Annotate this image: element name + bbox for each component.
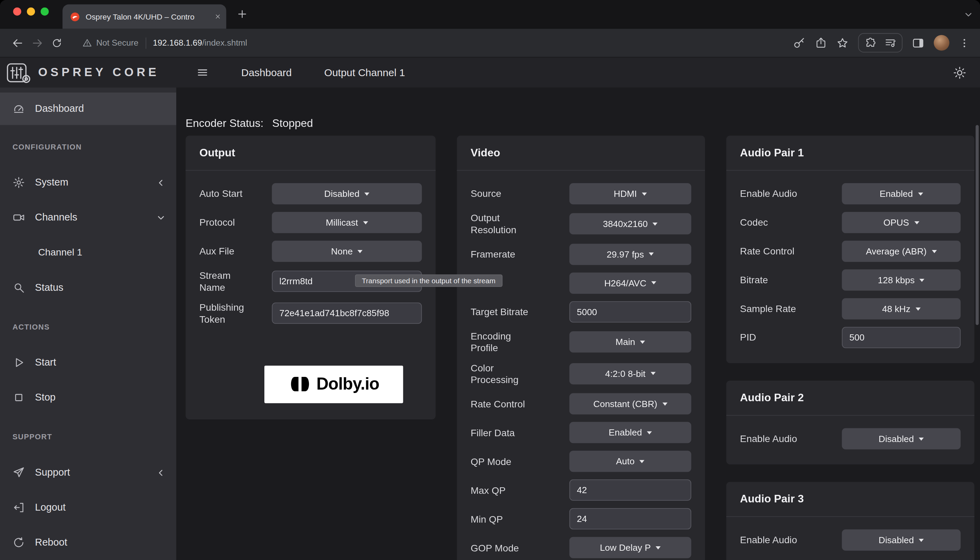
password-key-icon[interactable] [793, 37, 805, 49]
filler-data-select[interactable]: Enabled [569, 422, 691, 443]
sidebar-item-channels[interactable]: Channels [0, 200, 176, 235]
sidebar-item-reboot[interactable]: Reboot [0, 525, 176, 560]
play-icon [12, 356, 25, 368]
audio1-rate-control-select[interactable]: Average (ABR) [842, 241, 960, 262]
sidebar-label-dashboard: Dashboard [35, 103, 84, 115]
audio1-pid-row: PID [740, 327, 960, 348]
page-scrollbar[interactable] [975, 125, 978, 325]
navbar-link-output-channel-1[interactable]: Output Channel 1 [324, 67, 405, 78]
audio1-sample-rate-row: Sample Rate 48 kHz [740, 298, 960, 319]
sidebar-item-support[interactable]: Support [0, 455, 176, 490]
chevron-left-icon [157, 178, 165, 187]
minimize-window-button[interactable] [27, 8, 35, 16]
tab-search-chevron-icon[interactable] [964, 11, 972, 19]
publishing-token-input[interactable] [272, 302, 422, 324]
browser-menu-dots-icon[interactable] [959, 37, 970, 48]
new-tab-button[interactable] [236, 8, 248, 20]
navbar-link-dashboard[interactable]: Dashboard [241, 67, 292, 78]
dropdown-caret-icon [640, 340, 646, 343]
reload-button[interactable] [51, 37, 62, 48]
audio1-bitrate-select[interactable]: 128 kbps [842, 270, 960, 291]
output-resolution-select[interactable]: 3840x2160 [569, 213, 691, 235]
profile-avatar[interactable] [934, 35, 950, 51]
protocol-select[interactable]: Millicast [272, 212, 422, 233]
protocol-row: Protocol Millicast [199, 212, 422, 233]
target-bitrate-input[interactable] [569, 301, 691, 322]
aux-file-row: Aux File None [199, 241, 422, 262]
back-button[interactable] [11, 37, 24, 49]
sidebar-toggle-hamburger-icon[interactable] [196, 66, 208, 78]
share-icon[interactable] [815, 37, 827, 49]
color-processing-row: Color Processing 4:2:0 8-bit [471, 362, 691, 386]
sidebar-item-stop[interactable]: Stop [0, 380, 176, 415]
audio1-codec-row: Codec OPUS [740, 212, 960, 233]
sidebar: Dashboard CONFIGURATION System Channels [0, 87, 176, 560]
media-playlist-icon[interactable] [884, 37, 896, 49]
video-codec-select[interactable]: H264/AVC [569, 272, 691, 293]
auto-start-select[interactable]: Disabled [272, 183, 422, 204]
qp-mode-select[interactable]: Auto [569, 451, 691, 472]
forward-button[interactable] [31, 37, 43, 49]
close-window-button[interactable] [13, 8, 21, 16]
extensions-puzzle-icon[interactable] [864, 37, 877, 49]
color-processing-select[interactable]: 4:2:0 8-bit [569, 363, 691, 384]
min-qp-input[interactable] [569, 508, 691, 530]
security-label: Not Secure [97, 38, 138, 47]
gop-mode-select[interactable]: Low Delay P [569, 537, 691, 558]
sidebar-item-system[interactable]: System [0, 165, 176, 200]
target-bitrate-row: Target Bitrate [471, 301, 691, 322]
osprey-core-logo[interactable]: OSPREY CORE [0, 62, 176, 84]
audio1-enable-row: Enable Audio Enabled [740, 183, 960, 204]
audio-pair-3-title: Audio Pair 3 [726, 482, 975, 517]
audio1-sample-rate-select[interactable]: 48 kHz [842, 298, 960, 319]
encoding-profile-select[interactable]: Main [569, 331, 691, 353]
dropdown-caret-icon [920, 278, 925, 282]
video-codec-row: Codec H264/AVC [471, 272, 691, 293]
sidebar-item-dashboard[interactable]: Dashboard [0, 93, 176, 125]
address-bar[interactable]: 192.168.1.69/index.shtml [153, 38, 247, 47]
audio1-enable-select[interactable]: Enabled [842, 183, 960, 204]
sidebar-item-status[interactable]: Status [0, 270, 176, 305]
dropdown-caret-icon [915, 307, 920, 310]
sidebar-item-logout[interactable]: Logout [0, 490, 176, 525]
theme-brightness-icon[interactable] [953, 66, 966, 79]
framerate-select[interactable]: 29.97 fps [569, 243, 691, 265]
sidebar-label-stop: Stop [35, 392, 55, 403]
audio1-pid-input[interactable] [842, 327, 960, 348]
output-resolution-row: Output Resolution 3840x2160 [471, 212, 691, 236]
site-security-indicator[interactable]: Not Secure [83, 38, 138, 47]
audio1-bitrate-row: Bitrate 128 kbps [740, 270, 960, 291]
side-panel-icon[interactable] [912, 37, 924, 49]
window-controls [13, 8, 49, 16]
dropdown-caret-icon [364, 192, 369, 195]
sidebar-section-configuration: CONFIGURATION [12, 143, 163, 152]
browser-tab[interactable]: Osprey Talon 4K/UHD – Contro [62, 5, 226, 29]
sidebar-label-support: Support [35, 467, 70, 478]
audio2-enable-select[interactable]: Disabled [842, 428, 960, 450]
source-select[interactable]: HDMI [569, 183, 691, 204]
tab-close-icon[interactable] [214, 13, 221, 20]
audio3-enable-select[interactable]: Disabled [842, 530, 960, 551]
fullscreen-window-button[interactable] [40, 8, 49, 16]
video-rate-control-select[interactable]: Constant (CBR) [569, 393, 691, 415]
toolbar-right-icons [793, 33, 972, 53]
reboot-icon [12, 536, 25, 549]
audio1-codec-select[interactable]: OPUS [842, 212, 960, 233]
browser-toolbar: Not Secure 192.168.1.69/index.shtml [0, 29, 980, 58]
aux-file-select[interactable]: None [272, 241, 422, 262]
dropdown-caret-icon [639, 460, 645, 463]
sidebar-label-start: Start [35, 357, 56, 368]
sidebar-item-start[interactable]: Start [0, 345, 176, 380]
dropdown-caret-icon [358, 250, 363, 253]
gop-mode-row: GOP Mode Low Delay P [471, 537, 691, 558]
audio-pair-3-card: Audio Pair 3 Enable Audio Disabled [726, 482, 975, 560]
max-qp-input[interactable] [569, 479, 691, 501]
send-plane-icon [12, 467, 25, 479]
dropdown-caret-icon [918, 192, 923, 195]
warning-triangle-icon [83, 38, 92, 47]
sidebar-item-channel-1[interactable]: Channel 1 [0, 235, 176, 270]
audio1-rate-control-row: Rate Control Average (ABR) [740, 241, 960, 262]
video-card: Video Source HDMI Output Resolution [457, 136, 705, 560]
bookmark-star-icon[interactable] [836, 37, 849, 49]
audio-pair-1-card: Audio Pair 1 Enable Audio Enabled Codec [726, 136, 975, 363]
